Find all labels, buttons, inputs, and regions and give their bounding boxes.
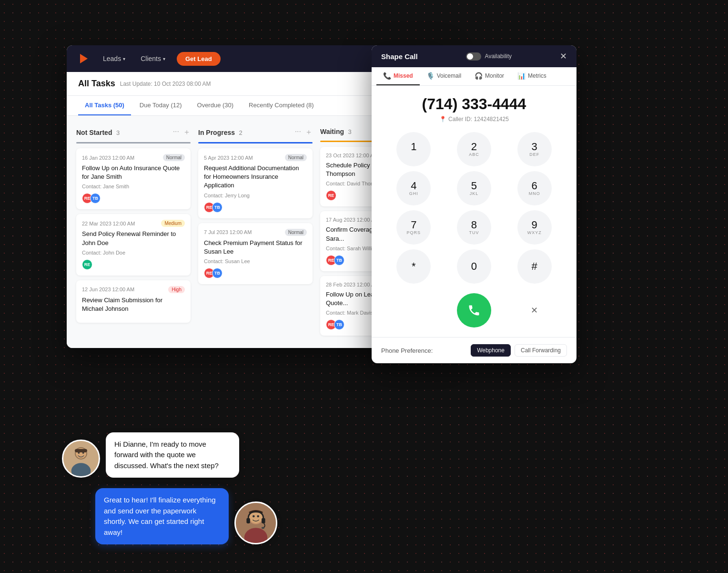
col-count-in-progress: 2 bbox=[239, 129, 242, 136]
dial-key-2[interactable]: 2 ABC bbox=[457, 132, 491, 166]
tab-overdue[interactable]: Overdue (30) bbox=[191, 96, 241, 115]
avatar: TB bbox=[212, 268, 222, 278]
kanban-col-not-started: Not Started 3 ··· ＋ 16 Jan 2023 12:00 AM… bbox=[76, 123, 191, 340]
sc-tab-monitor[interactable]: 🎧 Monitor bbox=[468, 67, 511, 85]
clear-button[interactable]: ✕ bbox=[517, 293, 552, 327]
task-date: 5 Apr 2023 12:00 AM bbox=[204, 155, 253, 161]
priority-badge: Normal bbox=[285, 154, 307, 161]
col-header-in-progress: In Progress 2 ··· ＋ bbox=[198, 123, 313, 142]
svg-rect-14 bbox=[246, 518, 250, 523]
task-date: 28 Feb 2023 12:00 AM bbox=[326, 282, 379, 287]
chat-person2: Great to hear! I'll finalize everything … bbox=[95, 488, 277, 544]
col-count-not-started: 3 bbox=[116, 129, 120, 136]
priority-badge: Medium bbox=[161, 220, 185, 227]
chat-bubble-1: Hi Dianne, I'm ready to move forward wit… bbox=[106, 432, 239, 478]
phone-missed-icon: 📞 bbox=[383, 72, 391, 80]
tab-due-today[interactable]: Due Today (12) bbox=[133, 96, 189, 115]
add-card-icon[interactable]: ＋ bbox=[305, 127, 313, 137]
chat-bubble-2: Great to hear! I'll finalize everything … bbox=[95, 488, 229, 544]
chat-avatar-person2 bbox=[234, 501, 277, 544]
phone-number-display: (714) 333-4444 bbox=[386, 95, 562, 113]
sc-tab-voicemail[interactable]: 🎙️ Voicemail bbox=[420, 67, 468, 85]
dial-key-star[interactable]: * bbox=[396, 249, 431, 284]
svg-rect-16 bbox=[262, 527, 264, 529]
task-date: 7 Jul 2023 12:00 AM bbox=[204, 229, 252, 235]
col-title-not-started: Not Started bbox=[76, 129, 112, 136]
call-forwarding-button[interactable]: Call Forwarding bbox=[515, 344, 567, 357]
dial-key-1[interactable]: 1 bbox=[396, 132, 431, 166]
avatar: RE bbox=[82, 259, 92, 270]
avatar-group: RE TB bbox=[204, 202, 307, 213]
dial-key-5[interactable]: 5 JKL bbox=[457, 171, 491, 205]
dial-key-9[interactable]: 9 WXYZ bbox=[517, 210, 552, 245]
avatar: TB bbox=[90, 193, 101, 204]
avatar-group: RE TB bbox=[82, 193, 185, 204]
add-card-icon[interactable]: ＋ bbox=[183, 127, 191, 137]
page-title: All Tasks bbox=[78, 79, 115, 89]
avatar: TB bbox=[334, 319, 344, 330]
kanban-col-in-progress: In Progress 2 ··· ＋ 5 Apr 2023 12:00 AM … bbox=[198, 123, 313, 340]
close-button[interactable]: ✕ bbox=[560, 52, 567, 61]
dialer-body: (714) 333-4444 📍 Caller ID: 12424821425 … bbox=[372, 86, 576, 337]
dial-key-7[interactable]: 7 PQRS bbox=[396, 210, 431, 245]
task-date: 17 Aug 2023 12:00 AM bbox=[326, 217, 379, 223]
dial-key-8[interactable]: 8 TUV bbox=[457, 210, 491, 245]
call-button[interactable] bbox=[457, 293, 491, 327]
shape-call-panel: Shape Call Availability ✕ 📞 Missed 🎙️ Vo… bbox=[372, 45, 576, 363]
task-card: 22 Mar 2023 12:00 AM Medium Send Policy … bbox=[76, 214, 191, 275]
dialpad: 1 2 ABC 3 DEF 4 GHI 5 JKL 6 MNO bbox=[386, 132, 562, 284]
avatar: RE bbox=[326, 190, 336, 201]
dial-key-hash[interactable]: # bbox=[517, 249, 552, 284]
task-title: Request Additional Documentation for Hom… bbox=[204, 164, 307, 190]
task-card: 7 Jul 2023 12:00 AM Normal Check Premium… bbox=[198, 223, 313, 284]
get-lead-button[interactable]: Get Lead bbox=[177, 52, 221, 66]
dial-key-4[interactable]: 4 GHI bbox=[396, 171, 431, 205]
preference-buttons: Webphone Call Forwarding bbox=[471, 344, 567, 357]
toggle-knob bbox=[467, 53, 473, 60]
location-pin-icon: 📍 bbox=[439, 116, 446, 123]
ellipsis-icon[interactable]: ··· bbox=[173, 127, 179, 137]
phone-preference: Phone Preference: Webphone Call Forwardi… bbox=[372, 337, 576, 363]
last-update-label: Last Update: 10 Oct 2023 08:00 AM bbox=[120, 81, 211, 87]
col-header-not-started: Not Started 3 ··· ＋ bbox=[76, 123, 191, 142]
priority-badge: Normal bbox=[163, 154, 185, 161]
col-indicator-not-started bbox=[76, 142, 191, 143]
col-title-waiting: Waiting bbox=[320, 128, 344, 135]
col-count-waiting: 3 bbox=[348, 128, 351, 135]
task-card: 5 Apr 2023 12:00 AM Normal Request Addit… bbox=[198, 148, 313, 218]
task-contact: Contact: Jane Smith bbox=[82, 184, 185, 189]
ellipsis-icon[interactable]: ··· bbox=[295, 127, 301, 137]
svg-rect-7 bbox=[75, 449, 87, 452]
col-actions-not-started[interactable]: ··· ＋ bbox=[173, 127, 191, 137]
chevron-down-icon: ▾ bbox=[123, 56, 125, 61]
avatar-group: RE bbox=[82, 259, 185, 270]
dial-key-3[interactable]: 3 DEF bbox=[517, 132, 552, 166]
task-card: 16 Jan 2023 12:00 AM Normal Follow Up on… bbox=[76, 148, 191, 209]
col-actions-in-progress[interactable]: ··· ＋ bbox=[295, 127, 313, 137]
avatar: TB bbox=[334, 255, 344, 266]
nav-leads[interactable]: Leads ▾ bbox=[99, 52, 129, 65]
col-title-in-progress: In Progress bbox=[198, 129, 235, 136]
nav-clients[interactable]: Clients ▾ bbox=[137, 52, 169, 65]
col-indicator-in-progress bbox=[198, 142, 313, 143]
task-contact: Contact: Jerry Long bbox=[204, 193, 307, 198]
task-date: 23 Oct 2023 12:00 AM bbox=[326, 153, 378, 158]
task-title: Send Policy Renewal Reminder to John Doe bbox=[82, 230, 185, 247]
task-contact: Contact: Susan Lee bbox=[204, 258, 307, 264]
sc-tab-metrics[interactable]: 📊 Metrics bbox=[511, 67, 553, 85]
availability-toggle[interactable]: Availability bbox=[466, 52, 512, 61]
task-contact: Contact: John Doe bbox=[82, 250, 185, 256]
sc-tab-missed[interactable]: 📞 Missed bbox=[376, 67, 420, 85]
chart-icon: 📊 bbox=[517, 72, 526, 80]
tab-all-tasks[interactable]: All Tasks (50) bbox=[78, 96, 131, 115]
toggle-switch[interactable] bbox=[466, 52, 481, 61]
webphone-button[interactable]: Webphone bbox=[471, 344, 511, 357]
task-card: 12 Jun 2023 12:00 AM High Review Claim S… bbox=[76, 280, 191, 323]
svg-rect-15 bbox=[262, 518, 265, 523]
dial-key-6[interactable]: 6 MNO bbox=[517, 171, 552, 205]
avatar-group: RE TB bbox=[204, 268, 307, 278]
tab-recently-completed[interactable]: Recently Completed (8) bbox=[242, 96, 321, 115]
shape-call-title: Shape Call bbox=[381, 52, 418, 61]
dial-key-0[interactable]: 0 bbox=[457, 249, 491, 284]
task-date: 12 Jun 2023 12:00 AM bbox=[82, 286, 134, 292]
